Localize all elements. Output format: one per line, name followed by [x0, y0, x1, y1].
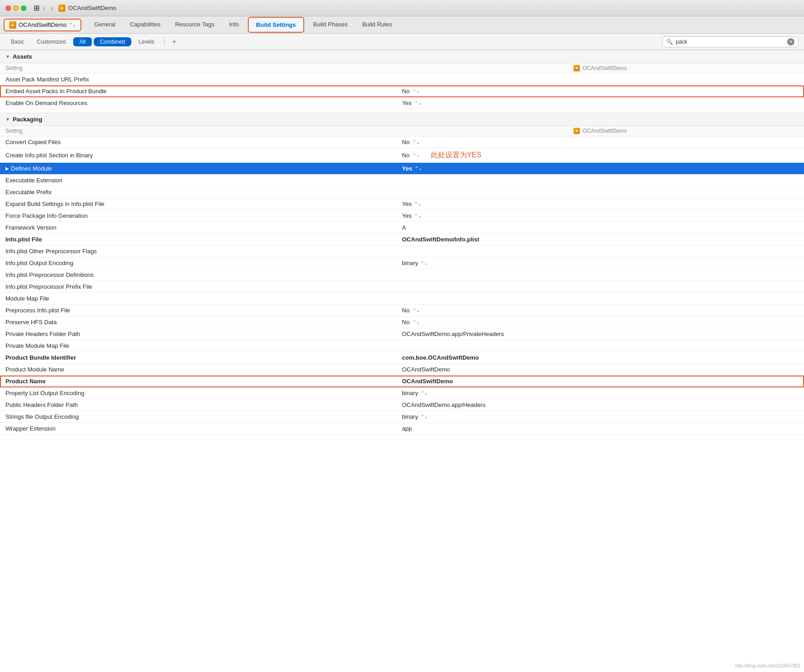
- packaging-collapse-icon: ▼: [5, 117, 10, 122]
- row-value: No ⌃⌄: [402, 307, 799, 314]
- table-row[interactable]: Module Map File: [0, 293, 804, 305]
- row-value: Yes ⌃⌄: [402, 165, 799, 172]
- customized-button[interactable]: Customized: [31, 37, 71, 46]
- table-row[interactable]: Convert Copied Files No ⌃⌄: [0, 136, 804, 148]
- assets-section-header[interactable]: ▼ Assets: [0, 50, 804, 63]
- stepper-icon[interactable]: ⌃⌄: [414, 100, 422, 105]
- watermark: http://blog.csdn.net/u010407862: [735, 663, 800, 668]
- search-clear-button[interactable]: ✕: [787, 38, 794, 45]
- table-row[interactable]: ▶ Defines Module Yes ⌃⌄: [0, 163, 804, 175]
- table-row[interactable]: Info.plist Preprocessor Prefix File: [0, 281, 804, 293]
- play-icon: ▶: [5, 166, 9, 171]
- row-label: Info.plist File: [5, 236, 402, 243]
- table-row[interactable]: Wrapper Extension app: [0, 423, 804, 435]
- minimize-button[interactable]: [13, 5, 19, 11]
- table-row[interactable]: Product Name OCAndSwiftDemo: [0, 376, 804, 387]
- table-row[interactable]: Property List Output Encoding binary ⌃⌄: [0, 387, 804, 399]
- row-value: A: [402, 224, 799, 231]
- stepper-icon[interactable]: ⌃⌄: [412, 140, 420, 145]
- tab-bar: A OCAndSwiftDemo ⌃⌄ General Capabilities…: [0, 16, 804, 34]
- row-label: Asset Pack Manifest URL Prefix: [5, 76, 402, 83]
- row-label: Create Info.plist Section in Binary: [5, 152, 402, 159]
- project-title: A OCAndSwiftDemo: [58, 5, 116, 12]
- levels-button[interactable]: Levels: [133, 37, 160, 46]
- stepper-icon[interactable]: ⌃⌄: [412, 153, 420, 158]
- table-row[interactable]: Embed Asset Packs In Product Bundle No ⌃…: [0, 85, 804, 97]
- grid-icon[interactable]: ⊞: [34, 4, 40, 13]
- table-row[interactable]: Expand Build Settings in Info.plist File…: [0, 198, 804, 210]
- row-label: Preprocess Info.plist File: [5, 307, 402, 314]
- table-row[interactable]: Private Module Map File: [0, 340, 804, 352]
- table-row[interactable]: Asset Pack Manifest URL Prefix: [0, 74, 804, 85]
- table-row[interactable]: Product Bundle Identifier com.boe.OCAndS…: [0, 352, 804, 364]
- row-value: OCAndSwiftDemo.app/Headers: [402, 401, 799, 408]
- tab-general[interactable]: General: [87, 17, 122, 32]
- add-button[interactable]: +: [169, 37, 179, 47]
- table-row[interactable]: Executable Prefix: [0, 186, 804, 198]
- table-row[interactable]: Enable On Demand Resources Yes ⌃⌄: [0, 97, 804, 109]
- table-row[interactable]: Info.plist Preprocessor Definitions: [0, 269, 804, 281]
- traffic-lights: [5, 5, 26, 11]
- tab-build-phases[interactable]: Build Phases: [306, 17, 355, 32]
- all-button[interactable]: All: [73, 37, 92, 46]
- table-row[interactable]: Executable Extension: [0, 175, 804, 186]
- table-row[interactable]: Info.plist Other Preprocessor Flags: [0, 246, 804, 257]
- table-row[interactable]: Public Headers Folder Path OCAndSwiftDem…: [0, 399, 804, 411]
- table-row[interactable]: Create Info.plist Section in Binary No ⌃…: [0, 148, 804, 163]
- row-label: Force Package Info Generation: [5, 212, 402, 219]
- row-label: Enable On Demand Resources: [5, 100, 402, 106]
- packaging-section-header[interactable]: ▼ Packaging: [0, 113, 804, 126]
- table-row[interactable]: Strings file Output Encoding binary ⌃⌄: [0, 411, 804, 423]
- table-row[interactable]: Preserve HFS Data No ⌃⌄: [0, 316, 804, 328]
- project-selector-icon: A: [9, 21, 16, 29]
- search-box: 🔍 ✕: [662, 36, 799, 47]
- row-label: Public Headers Folder Path: [5, 401, 402, 408]
- search-input[interactable]: [676, 39, 784, 45]
- forward-button[interactable]: ›: [49, 4, 55, 13]
- close-button[interactable]: [5, 5, 11, 11]
- row-value: No ⌃⌄ 此处设置为YES: [402, 150, 799, 160]
- tab-build-settings[interactable]: Build Settings: [248, 17, 304, 33]
- combined-button[interactable]: Combined: [94, 37, 131, 46]
- tab-capabilities[interactable]: Capabilities: [123, 17, 168, 32]
- basic-button[interactable]: Basic: [5, 37, 30, 46]
- row-value: binary ⌃⌄: [402, 390, 799, 396]
- stepper-icon[interactable]: ⌃⌄: [415, 166, 422, 171]
- stepper-icon[interactable]: ⌃⌄: [412, 320, 420, 325]
- table-row[interactable]: Force Package Info Generation Yes ⌃⌄: [0, 210, 804, 222]
- tab-resource-tags[interactable]: Resource Tags: [168, 17, 221, 32]
- stepper-icon[interactable]: ⌃⌄: [414, 213, 422, 218]
- back-button[interactable]: ‹: [41, 4, 47, 13]
- project-selector[interactable]: A OCAndSwiftDemo ⌃⌄: [4, 19, 81, 31]
- assets-col-header: Setting A OCAndSwiftDemo: [0, 63, 804, 74]
- row-label: ▶ Defines Module: [5, 165, 402, 172]
- table-row[interactable]: Product Module Name OCAndSwiftDemo: [0, 364, 804, 376]
- maximize-button[interactable]: [21, 5, 26, 11]
- row-value: No ⌃⌄: [402, 139, 799, 145]
- table-row[interactable]: Preprocess Info.plist File No ⌃⌄: [0, 305, 804, 316]
- row-label: Info.plist Output Encoding: [5, 260, 402, 266]
- stepper-icon[interactable]: ⌃⌄: [414, 201, 422, 206]
- row-label: Product Bundle Identifier: [5, 354, 402, 361]
- table-row[interactable]: Info.plist File OCAndSwiftDemo/Info.plis…: [0, 234, 804, 246]
- table-row[interactable]: Info.plist Output Encoding binary ⌃⌄: [0, 257, 804, 269]
- annotation-text: 此处设置为YES: [431, 150, 482, 160]
- tab-build-rules[interactable]: Build Rules: [355, 17, 399, 32]
- table-row[interactable]: Framework Version A: [0, 222, 804, 234]
- tab-info[interactable]: Info: [221, 17, 246, 32]
- row-value: OCAndSwiftDemo: [402, 366, 799, 373]
- row-label: Info.plist Preprocessor Definitions: [5, 271, 402, 278]
- row-label: Private Module Map File: [5, 342, 402, 349]
- row-label: Executable Prefix: [5, 189, 402, 196]
- row-label: Wrapper Extension: [5, 425, 402, 432]
- stepper-icon[interactable]: ⌃⌄: [412, 308, 420, 313]
- stepper-icon[interactable]: ⌃⌄: [421, 261, 428, 266]
- row-label: Executable Extension: [5, 177, 402, 184]
- row-value: binary ⌃⌄: [402, 413, 799, 420]
- stepper-icon[interactable]: ⌃⌄: [412, 89, 420, 94]
- stepper-icon[interactable]: ⌃⌄: [421, 414, 428, 419]
- table-row[interactable]: Private Headers Folder Path OCAndSwiftDe…: [0, 328, 804, 340]
- row-value: No ⌃⌄: [402, 319, 799, 326]
- packaging-col-project: A OCAndSwiftDemo: [402, 128, 799, 134]
- stepper-icon[interactable]: ⌃⌄: [421, 391, 428, 396]
